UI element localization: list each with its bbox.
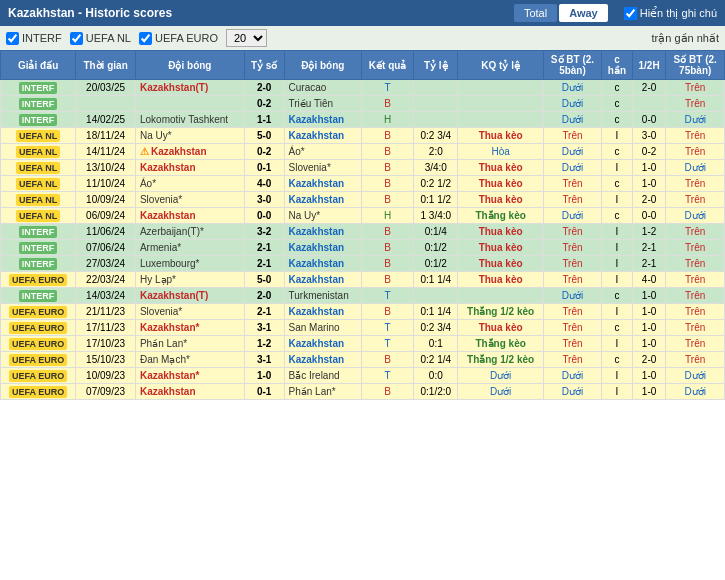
cell-team2[interactable]: Kazakhstan: [284, 352, 362, 368]
filter-uefa-euro[interactable]: UEFA EURO: [139, 32, 218, 45]
cell-team1[interactable]: Phần Lan*: [135, 336, 244, 352]
page-title: Kazakhstan - Historic scores: [8, 6, 508, 20]
cell-team2[interactable]: San Marino: [284, 320, 362, 336]
tab-away[interactable]: Away: [559, 4, 608, 22]
cell-team1[interactable]: Đan Mạch*: [135, 352, 244, 368]
cell-result: T: [362, 336, 414, 352]
col-odds: Tỷ lệ: [414, 51, 458, 80]
cell-half: 0-2: [632, 144, 666, 160]
filter-uefa-euro-checkbox[interactable]: [139, 32, 152, 45]
cell-odds: 0:1/2: [414, 256, 458, 272]
cell-team1[interactable]: Armenia*: [135, 240, 244, 256]
cell-team2[interactable]: Phần Lan*: [284, 384, 362, 400]
cell-result: B: [362, 128, 414, 144]
cell-bt25: Trên: [543, 272, 601, 288]
cell-team2[interactable]: Kazakhstan: [284, 256, 362, 272]
cell-bt275: Dưới: [666, 384, 725, 400]
cell-score: 0-0: [244, 208, 284, 224]
count-select[interactable]: 20 10 30: [226, 29, 267, 47]
cell-odds: 0:1/2: [414, 240, 458, 256]
cell-half: 1-0: [632, 160, 666, 176]
cell-team2[interactable]: Turkmenistan: [284, 288, 362, 304]
cell-team1[interactable]: Áo*: [135, 176, 244, 192]
cell-kq-odds: Thua kèo: [458, 320, 543, 336]
cell-team2[interactable]: Kazakhstan: [284, 128, 362, 144]
cell-team2[interactable]: Triều Tiên: [284, 96, 362, 112]
cell-chan: I: [602, 192, 632, 208]
cell-team1[interactable]: ⚠Kazakhstan: [135, 144, 244, 160]
table-row: UEFA EURO21/11/23Slovenia*2-1KazakhstanB…: [1, 304, 725, 320]
cell-team1[interactable]: Slovenia*: [135, 304, 244, 320]
cell-team1[interactable]: Kazakhstan: [135, 208, 244, 224]
cell-team1[interactable]: Luxembourg*: [135, 256, 244, 272]
col-score: Tỷ số: [244, 51, 284, 80]
cell-team1[interactable]: Kazakhstan(T): [135, 288, 244, 304]
cell-team1[interactable]: Slovenia*: [135, 192, 244, 208]
cell-half: 1-0: [632, 288, 666, 304]
cell-team2[interactable]: Kazakhstan: [284, 304, 362, 320]
cell-bt25: Trên: [543, 192, 601, 208]
cell-team2[interactable]: Bắc Ireland: [284, 368, 362, 384]
show-notes-label[interactable]: Hiển thị ghi chú: [624, 7, 717, 20]
filter-uefa-nl-checkbox[interactable]: [70, 32, 83, 45]
show-notes-checkbox[interactable]: [624, 7, 637, 20]
cell-team2[interactable]: Kazakhstan: [284, 240, 362, 256]
cell-team2[interactable]: Slovenia*: [284, 160, 362, 176]
cell-half: 1-0: [632, 176, 666, 192]
cell-result: T: [362, 368, 414, 384]
cell-league: UEFA NL: [1, 144, 76, 160]
cell-half: 1-0: [632, 304, 666, 320]
col-team1: Đội bóng: [135, 51, 244, 80]
cell-score: 0-2: [244, 96, 284, 112]
cell-team1[interactable]: Kazakhstan(T): [135, 80, 244, 96]
filter-interf[interactable]: INTERF: [6, 32, 62, 45]
cell-team1[interactable]: Kazakhstan: [135, 160, 244, 176]
tab-total[interactable]: Total: [514, 4, 557, 22]
cell-team1[interactable]: Kazakhstan*: [135, 368, 244, 384]
cell-league: UEFA EURO: [1, 304, 76, 320]
cell-team1[interactable]: Azerbaijan(T)*: [135, 224, 244, 240]
cell-result: B: [362, 304, 414, 320]
cell-team1[interactable]: [135, 96, 244, 112]
cell-odds: [414, 80, 458, 96]
cell-team1[interactable]: Lokomotiv Tashkent: [135, 112, 244, 128]
cell-team1[interactable]: Kazakhstan*: [135, 320, 244, 336]
cell-team1[interactable]: Kazakhstan: [135, 384, 244, 400]
cell-team2[interactable]: Na Uy*: [284, 208, 362, 224]
cell-league: UEFA EURO: [1, 368, 76, 384]
cell-score: 2-0: [244, 288, 284, 304]
cell-odds: 3/4:0: [414, 160, 458, 176]
cell-team1[interactable]: Na Uy*: [135, 128, 244, 144]
cell-chan: I: [602, 224, 632, 240]
cell-team2[interactable]: Kazakhstan: [284, 272, 362, 288]
cell-team2[interactable]: Kazakhstan: [284, 176, 362, 192]
cell-team2[interactable]: Kazakhstan: [284, 112, 362, 128]
cell-team1[interactable]: Hy Lạp*: [135, 272, 244, 288]
cell-team2[interactable]: Kazakhstan: [284, 192, 362, 208]
cell-kq-odds: [458, 96, 543, 112]
cell-result: B: [362, 352, 414, 368]
cell-result: B: [362, 384, 414, 400]
cell-bt25: Dưới: [543, 160, 601, 176]
col-bt275: Số BT (2.75bàn): [666, 51, 725, 80]
cell-bt25: Dưới: [543, 288, 601, 304]
cell-team2[interactable]: Áo*: [284, 144, 362, 160]
filter-uefa-nl[interactable]: UEFA NL: [70, 32, 131, 45]
cell-team2[interactable]: Kazakhstan: [284, 224, 362, 240]
cell-chan: I: [602, 240, 632, 256]
cell-bt25: Trên: [543, 320, 601, 336]
cell-date: 20/03/25: [76, 80, 136, 96]
cell-odds: 1 3/4:0: [414, 208, 458, 224]
table-row: INTERF07/06/24Armenia*2-1KazakhstanB0:1/…: [1, 240, 725, 256]
cell-score: 5-0: [244, 272, 284, 288]
table-row: UEFA NL06/09/24Kazakhstan0-0Na Uy*H1 3/4…: [1, 208, 725, 224]
header-bar: Kazakhstan - Historic scores Total Away …: [0, 0, 725, 26]
cell-bt275: Trên: [666, 272, 725, 288]
cell-bt25: Trên: [543, 336, 601, 352]
filter-interf-checkbox[interactable]: [6, 32, 19, 45]
col-date: Thời gian: [76, 51, 136, 80]
table-row: UEFA EURO17/10/23Phần Lan*1-2KazakhstanT…: [1, 336, 725, 352]
cell-team2[interactable]: Curacao: [284, 80, 362, 96]
table-row: UEFA NL11/10/24Áo*4-0KazakhstanB0:2 1/2T…: [1, 176, 725, 192]
cell-team2[interactable]: Kazakhstan: [284, 336, 362, 352]
